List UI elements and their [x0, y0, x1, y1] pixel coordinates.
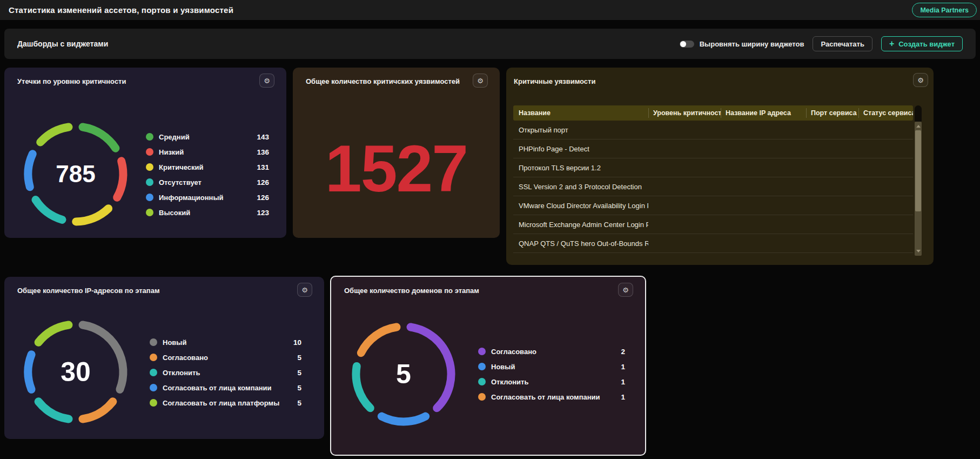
severity-cell: [648, 183, 721, 191]
legend-color-dot: [146, 194, 153, 201]
legend-label: Низкий: [159, 148, 251, 156]
legend-label: Высокий: [159, 209, 251, 217]
legend-value: 10: [293, 338, 301, 347]
severity-cell: [648, 164, 721, 172]
vulns-table: НазваниеУровень критичностиНазвание IP а…: [513, 105, 913, 253]
legend-value: 2: [621, 348, 625, 356]
legend-item: Низкий136: [146, 144, 269, 159]
legend-item: Согласовано5: [150, 350, 301, 365]
gear-icon: ⚙: [264, 77, 270, 85]
top-header: Статистика изменений ассетов, портов и у…: [0, 0, 980, 20]
legend-color-dot: [150, 399, 157, 407]
legend-value: 126: [257, 178, 269, 187]
table-header-cell: Порт сервиса: [806, 108, 858, 118]
legend-label: Новый: [163, 338, 288, 347]
vuln-name-cell: Протокол TLS версии 1.2: [513, 164, 648, 172]
scrollbar-track[interactable]: [915, 122, 922, 256]
legend-color-dot: [478, 348, 486, 355]
legend-item: Средний143: [146, 129, 269, 144]
legend-label: Согласовать от лица компании: [163, 384, 292, 392]
legend-item: Отсутствует126: [146, 175, 269, 190]
widget-settings-button[interactable]: ⚙: [913, 73, 928, 87]
widget-critical-total[interactable]: Общее количество критичских уязвимостей …: [293, 68, 500, 238]
align-width-toggle-group: Выровнять ширину виджетов: [680, 40, 804, 48]
create-widget-button[interactable]: + Создать виджет: [881, 36, 963, 51]
widget-settings-button[interactable]: ⚙: [618, 283, 633, 297]
legend-label: Отклонить: [491, 378, 615, 386]
legend-item: Новый10: [150, 335, 301, 350]
align-width-toggle[interactable]: [680, 41, 694, 48]
scrollbar-thumb[interactable]: [915, 130, 921, 211]
legend-color-dot: [150, 354, 157, 361]
scroll-up-arrow[interactable]: [916, 125, 921, 128]
legend-color-dot: [146, 133, 153, 141]
widget-settings-button[interactable]: ⚙: [259, 74, 274, 88]
widget-domains-by-stage[interactable]: Общее количество доменов по этапам ⚙ 5 С…: [330, 276, 646, 456]
table-row[interactable]: SSL Version 2 and 3 Protocol Detection: [513, 177, 913, 196]
legend-label: Согласовано: [491, 348, 615, 356]
create-widget-label: Создать виджет: [898, 40, 955, 48]
page-title: Статистика изменений ассетов, портов и у…: [9, 5, 233, 15]
legend-label: Средний: [159, 133, 251, 141]
severity-cell: [648, 221, 721, 229]
widget-ip-by-stage[interactable]: Общее количество IP-адресов по этапам ⚙ …: [4, 277, 324, 439]
legend-label: Отклонить: [163, 369, 292, 377]
legend-item: Высокий123: [146, 205, 269, 220]
legend-label: Информационный: [159, 194, 251, 202]
print-button[interactable]: Распечатать: [813, 36, 872, 51]
legend-color-dot: [478, 393, 486, 401]
widget-settings-button[interactable]: ⚙: [473, 74, 488, 88]
donut-total: 30: [19, 315, 132, 429]
widget-critical-vulns-table[interactable]: Критичные уязвимости ⚙ НазваниеУровень к…: [506, 68, 934, 265]
legend-color-dot: [150, 384, 157, 391]
table-row[interactable]: QNAP QTS / QuTS hero Out-of-Bounds Rea..…: [513, 234, 913, 253]
table-header-cell: Уровень критичности: [648, 108, 721, 118]
legend-value: 123: [257, 209, 269, 217]
widget-title: Критичные уязвимости: [514, 77, 595, 85]
table-body: Открытый портPHPinfo Page - DetectПроток…: [513, 121, 913, 253]
legend-item: Информационный126: [146, 190, 269, 205]
align-width-toggle-label: Выровнять ширину виджетов: [700, 40, 804, 48]
legend-value: 5: [297, 384, 301, 392]
vuln-name-cell: Microsoft Exchange Admin Center Login Pa…: [513, 221, 648, 229]
legend-label: Согласовать от лица компании: [491, 393, 615, 401]
legend-label: Новый: [491, 363, 615, 371]
donut-chart-ip: 30: [19, 315, 132, 429]
donut-chart-leaks: 785: [19, 117, 132, 231]
dashboard-toolbar: Дашборды с виджетами Выровнять ширину ви…: [4, 29, 976, 59]
media-partners-button[interactable]: Media Partners: [912, 3, 977, 17]
legend-item: Отклонить1: [478, 374, 625, 389]
legend-color-dot: [146, 148, 153, 156]
table-row[interactable]: Открытый порт: [513, 121, 913, 139]
table-row[interactable]: PHPinfo Page - Detect: [513, 139, 913, 158]
table-row[interactable]: Microsoft Exchange Admin Center Login Pa…: [513, 215, 913, 234]
widget-title: Общее количество доменов по этапам: [344, 287, 479, 295]
scroll-down-arrow[interactable]: [916, 250, 921, 252]
legend-color-dot: [478, 363, 486, 370]
table-row[interactable]: VMware Cloud Director Availability Login…: [513, 196, 913, 215]
legend-item: Согласовать от лица компании1: [478, 389, 625, 404]
legend-label: Отсутствует: [159, 178, 251, 187]
donut-total: 5: [347, 317, 460, 431]
chart-legend: Новый10Согласовано5Отклонить5Согласовать…: [150, 335, 301, 410]
table-scrollbar[interactable]: [915, 105, 922, 256]
chart-legend: Согласовано2Новый1Отклонить1Согласовать …: [478, 344, 625, 404]
widget-settings-button[interactable]: ⚙: [297, 283, 312, 297]
donut-chart-domains: 5: [347, 317, 460, 431]
donut-total: 785: [19, 117, 132, 231]
legend-item: Новый1: [478, 359, 625, 374]
table-row[interactable]: Протокол TLS версии 1.2: [513, 158, 913, 177]
table-header-cell: Название IP адреса: [721, 108, 806, 118]
legend-label: Согласовано: [163, 354, 292, 362]
widget-title: Утечки по уровню критичности: [17, 77, 126, 85]
gear-icon: ⚙: [917, 76, 924, 84]
legend-value: 143: [257, 133, 269, 141]
legend-value: 126: [257, 194, 269, 202]
legend-item: Согласовать от лица платформы5: [150, 395, 301, 410]
gear-icon: ⚙: [301, 286, 308, 294]
toolbar-actions: Выровнять ширину виджетов Распечатать + …: [680, 36, 963, 51]
legend-value: 5: [297, 354, 301, 362]
table-header-row: НазваниеУровень критичностиНазвание IP а…: [513, 105, 913, 121]
legend-label: Согласовать от лица платформы: [163, 399, 292, 407]
widget-leaks-by-severity[interactable]: Утечки по уровню критичности ⚙ 785 Средн…: [4, 68, 286, 238]
